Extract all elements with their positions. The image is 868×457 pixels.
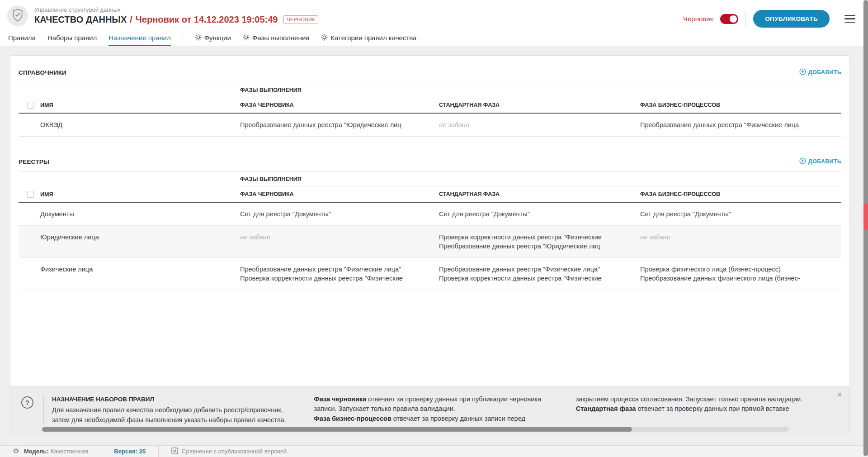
app-header: Управление структурой данных КАЧЕСТВО ДА… [0, 0, 868, 36]
standard-phase-cell: Преобразование данных реестра "Физически… [439, 265, 634, 274]
model-label: Модель: [24, 448, 49, 455]
column-header-draft-phase: ФАЗА ЧЕРНОВИКА [240, 186, 439, 202]
business-phase-cell: Проверка физического лица (бизнес-процес… [640, 265, 835, 274]
model-value: Качественная [51, 448, 89, 455]
group-header-execution-phases: ФАЗЫ ВЫПОЛНЕНИЯ [240, 171, 841, 186]
draft-toggle[interactable] [720, 14, 738, 24]
select-all-checkbox[interactable] [27, 102, 34, 109]
draft-status-badge: ЧЕРНОВИК [283, 15, 318, 24]
draft-phase-cell: Преобразование данных реестра "Физически… [240, 265, 433, 274]
add-button-reestry[interactable]: ДОБАВИТЬ [799, 157, 841, 166]
draft-phase-cell: Проверка корректности данных реестра "Фи… [240, 274, 433, 283]
tab-bar: Правила Наборы правил Назначение правил … [0, 36, 868, 46]
scrollbar-change-marker [863, 204, 868, 229]
app-subtitle: Управление структурой данных [34, 6, 318, 13]
info-text: закрытием процесса согласования. Запуска… [576, 395, 818, 405]
section-spravochniki: СПРАВОЧНИКИ ДОБАВИТЬ ФАЗЫ ВЫПОЛНЕНИЯ ИМЯ… [10, 56, 849, 137]
tab-quality-rule-categories[interactable]: Категории правил качества [321, 34, 416, 46]
title-separator: / [130, 14, 132, 25]
row-name: Юридические лица [19, 226, 240, 257]
header-divider [745, 11, 746, 27]
help-icon: ? [21, 396, 33, 409]
row-name: Физические лица [19, 258, 240, 290]
footer-divider [158, 446, 159, 457]
header-divider [837, 11, 837, 27]
info-column-3: закрытием процесса согласования. Запуска… [576, 395, 818, 425]
info-text: Фаза черновика отвечает за проверку данн… [314, 395, 556, 414]
table-row-okved[interactable]: ОКВЭД Преобразование данных реестра "Юри… [19, 114, 841, 137]
business-phase-cell: Сет для реестра "Документы" [640, 209, 835, 219]
shield-check-icon [12, 9, 24, 23]
version-link[interactable]: Версия: 25 [114, 448, 146, 455]
info-text: Фаза бизнес-процессов отвечает за провер… [314, 414, 556, 424]
vertical-scrollbar[interactable] [863, 0, 868, 457]
menu-icon[interactable] [844, 13, 855, 25]
tab-divider [183, 33, 183, 44]
column-header-standard-phase: СТАНДАРТНАЯ ФАЗА [439, 97, 640, 113]
info-text: Для назначения правил качества необходим… [52, 405, 294, 425]
group-header-execution-phases: ФАЗЫ ВЫПОЛНЕНИЯ [240, 82, 841, 97]
row-name: ОКВЭД [19, 114, 240, 136]
tab-functions[interactable]: Функции [195, 34, 231, 46]
column-header-business-phase: ФАЗА БИЗНЕС-ПРОЦЕССОВ [640, 186, 841, 202]
select-all-checkbox[interactable] [27, 191, 34, 198]
column-header-standard-phase: СТАНДАРТНАЯ ФАЗА [439, 186, 640, 202]
tab-execution-phases[interactable]: Фазы выполнения [243, 34, 309, 46]
standard-phase-cell: Сет для реестра "Документы" [439, 209, 634, 219]
table-row-dokumenty[interactable]: Документы Сет для реестра "Документы" Се… [19, 203, 841, 226]
draft-phase-cell: Сет для реестра "Документы" [240, 209, 433, 219]
tab-rule-sets[interactable]: Наборы правил [47, 34, 97, 46]
standard-phase-cell: Проверка корректности данных реестра "Фи… [439, 274, 634, 283]
section-title: СПРАВОЧНИКИ [19, 69, 66, 76]
standard-phase-cell: Проверка корректности данных реестра "Фи… [439, 233, 634, 242]
panel-divider [43, 395, 44, 424]
tab-label: Категории правил качества [330, 34, 416, 42]
info-text: Стандартная фаза отвечает за проверку да… [576, 404, 818, 414]
tab-rule-assignment[interactable]: Назначение правил [108, 34, 170, 46]
close-icon[interactable]: × [837, 390, 842, 399]
table-row-yuridicheskie-litsa[interactable]: Юридические лица не задано Проверка корр… [19, 226, 841, 258]
column-header-draft-phase: ФАЗА ЧЕРНОВИКА [240, 97, 439, 113]
draft-phase-cell: Преобразование данных реестра "Юридическ… [240, 120, 433, 129]
info-column-2: Фаза черновика отвечает за проверку данн… [314, 395, 556, 425]
status-bar: Модель: Качественная Версия: 25 Сравнени… [0, 445, 868, 457]
compare-versions-button[interactable]: Сравнение с опубликованной версией [171, 447, 287, 456]
column-header-name: ИМЯ [40, 191, 53, 198]
row-name: Документы [19, 203, 240, 225]
gear-icon [195, 34, 202, 42]
plus-circle-icon [799, 157, 806, 166]
table-row-fizicheskie-litsa[interactable]: Физические лица Преобразование данных ре… [19, 258, 841, 290]
gear-icon [243, 34, 250, 42]
draft-phase-cell: не задано [240, 233, 433, 242]
standard-phase-cell: не задано [439, 120, 634, 129]
section-title: РЕЕСТРЫ [19, 158, 49, 165]
app-logo [7, 5, 28, 26]
gear-icon [13, 447, 19, 456]
add-button-label: ДОБАВИТЬ [808, 69, 841, 76]
publish-button[interactable]: ОПУБЛИКОВАТЬ [753, 10, 830, 28]
horizontal-scrollbar[interactable] [42, 427, 789, 432]
column-header-name: ИМЯ [40, 102, 53, 109]
standard-phase-cell: Преобразование данных реестра "Юридическ… [439, 242, 634, 251]
main-content-card: СПРАВОЧНИКИ ДОБАВИТЬ ФАЗЫ ВЫПОЛНЕНИЯ ИМЯ… [10, 55, 850, 435]
draft-toggle-label: Черновик [683, 15, 713, 23]
scrollbar-thumb[interactable] [42, 427, 632, 432]
page-title: КАЧЕСТВО ДАННЫХ [34, 14, 127, 25]
compare-label: Сравнение с опубликованной версией [182, 448, 287, 455]
business-phase-cell: Преобразование данных реестра "Физически… [640, 120, 835, 129]
info-column-1: НАЗНАЧЕНИЕ НАБОРОВ ПРАВИЛ Для назначения… [52, 395, 294, 425]
business-phase-cell: не задано [640, 233, 835, 242]
add-button-spravochniki[interactable]: ДОБАВИТЬ [799, 68, 841, 76]
compare-icon [171, 447, 178, 456]
column-header-business-phase: ФАЗА БИЗНЕС-ПРОЦЕССОВ [640, 97, 841, 113]
tab-label: Функции [204, 34, 231, 42]
add-button-label: ДОБАВИТЬ [808, 158, 841, 165]
tab-label: Фазы выполнения [252, 34, 309, 42]
tab-rules[interactable]: Правила [8, 34, 36, 46]
gear-icon [321, 34, 328, 42]
info-panel-title: НАЗНАЧЕНИЕ НАБОРОВ ПРАВИЛ [52, 395, 294, 405]
plus-circle-icon [799, 68, 806, 76]
business-phase-cell: Преобразование данных физического лица (… [640, 274, 835, 283]
draft-version-info: Черновик от 14.12.2023 19:05:49 [136, 14, 278, 25]
help-info-panel: ? НАЗНАЧЕНИЕ НАБОРОВ ПРАВИЛ Для назначен… [10, 386, 849, 435]
